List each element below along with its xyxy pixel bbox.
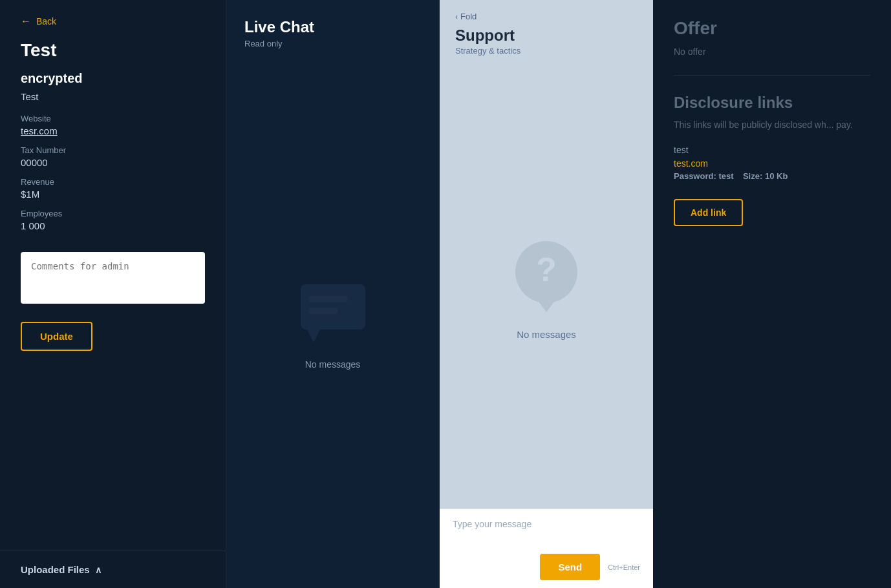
website-label: Website [21,114,205,123]
fold-button[interactable]: ‹ Fold [455,12,638,21]
support-message-input[interactable]: Type your message [453,519,640,545]
support-no-messages: No messages [517,329,576,340]
encrypted-badge: encrypted [21,71,205,86]
employees-value: 1 000 [21,220,205,231]
update-button[interactable]: Update [21,322,92,351]
page-title: Test [21,40,205,61]
chat-title: Live Chat [244,18,421,36]
employees-field: Employees 1 000 [21,209,205,231]
link-name: test [674,145,870,155]
revenue-field: Revenue $1M [21,177,205,200]
support-body: ? No messages [440,66,653,508]
add-link-button[interactable]: Add link [674,199,743,226]
svg-marker-6 [537,299,556,312]
svg-rect-2 [308,308,338,314]
website-field: Website tesr.com [21,114,205,136]
support-empty-icon: ? [504,235,588,319]
uploaded-files-label: Uploaded Files [21,564,90,575]
tax-number-field: Tax Number 00000 [21,145,205,168]
uploaded-files-section[interactable]: Uploaded Files ∧ [0,551,226,588]
link-size-label: Size: [743,171,762,181]
revenue-label: Revenue [21,177,205,187]
svg-marker-3 [307,330,320,342]
tax-number-label: Tax Number [21,145,205,155]
tax-number-value: 00000 [21,157,205,168]
send-hint: Ctrl+Enter [608,563,640,571]
send-button[interactable]: Send [540,554,600,580]
chat-body: No messages [226,59,439,588]
svg-text:?: ? [536,251,557,288]
chat-header: Live Chat Read only [226,0,439,59]
back-button[interactable]: ← Back [21,16,205,27]
chat-empty-icon [294,278,372,349]
support-input-footer: Send Ctrl+Enter [453,554,640,580]
link-item: test test.com Password: test Size: 10 Kb [674,145,870,181]
right-panel: Offer No offer Disclosure links This lin… [653,0,891,588]
support-subtitle: Strategy & tactics [455,46,638,56]
offer-value: No offer [674,47,870,57]
comments-textarea[interactable] [21,252,205,304]
link-password-value: test [718,171,733,181]
support-panel: ‹ Fold Support Strategy & tactics ? No m… [440,0,653,588]
support-title: Support [455,26,638,45]
revenue-value: $1M [21,189,205,200]
offer-title: Offer [674,18,870,39]
divider [674,75,870,76]
disclosure-title: Disclosure links [674,94,870,112]
disclosure-desc: This links will be publicly disclosed wh… [674,118,870,132]
website-value[interactable]: tesr.com [21,125,205,136]
svg-rect-1 [308,296,347,302]
fold-label: Fold [460,12,477,21]
company-name: Test [21,91,205,102]
back-arrow-icon: ← [21,16,31,27]
link-password-label: Password: [674,171,716,181]
fold-chevron-icon: ‹ [455,12,458,21]
link-meta: Password: test Size: 10 Kb [674,171,870,181]
support-input-area: Type your message Send Ctrl+Enter [440,508,653,588]
chat-no-messages: No messages [305,359,361,370]
employees-label: Employees [21,209,205,218]
support-header: ‹ Fold Support Strategy & tactics [440,0,653,66]
support-input-placeholder-text: Type your message [453,519,531,529]
live-chat-panel: Live Chat Read only No messages [226,0,440,588]
link-size-value: 10 Kb [765,171,788,181]
back-label: Back [36,16,56,26]
left-panel: ← Back Test encrypted Test Website tesr.… [0,0,226,588]
link-url[interactable]: test.com [674,158,708,169]
svg-rect-0 [301,284,365,330]
chevron-up-icon: ∧ [95,565,102,575]
chat-subtitle: Read only [244,39,421,48]
